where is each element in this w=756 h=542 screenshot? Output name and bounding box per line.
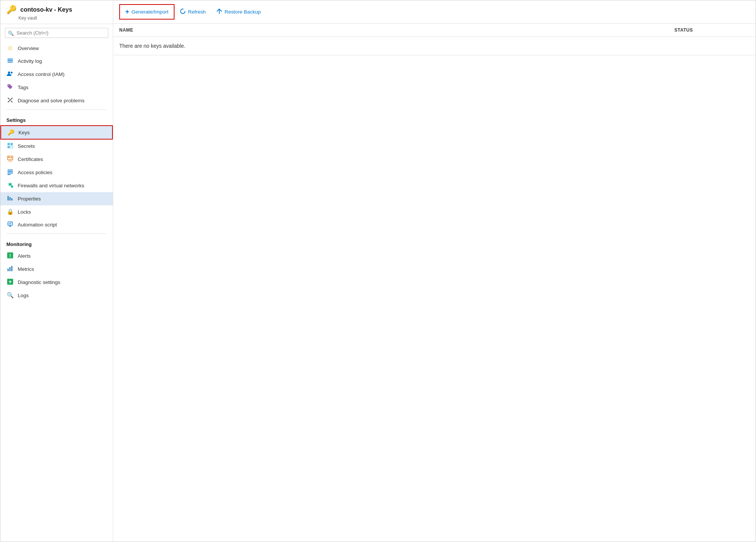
automation-icon xyxy=(6,221,14,228)
svg-rect-5 xyxy=(8,143,10,145)
svg-rect-14 xyxy=(8,170,13,170)
sidebar-item-label: Automation script xyxy=(18,222,57,228)
sidebar-item-label: Certificates xyxy=(18,156,43,162)
svg-point-18 xyxy=(11,185,13,188)
sidebar-item-label: Locks xyxy=(18,209,31,215)
sidebar-item-automation[interactable]: Automation script xyxy=(0,218,113,231)
svg-rect-20 xyxy=(9,197,11,200)
svg-text:!: ! xyxy=(9,253,11,258)
sidebar-item-label: Access policies xyxy=(18,170,52,175)
sidebar-subtitle: Key vault xyxy=(18,15,107,21)
sidebar-item-keys[interactable]: 🔑 Keys xyxy=(0,125,113,140)
sidebar-item-locks[interactable]: 🔒 Locks xyxy=(0,205,113,218)
sidebar-item-alerts[interactable]: ! Alerts xyxy=(0,249,113,263)
iam-icon xyxy=(6,71,14,78)
activity-log-icon xyxy=(6,58,14,65)
sidebar-item-secrets[interactable]: Secrets xyxy=(0,140,113,153)
sidebar-title: contoso-kv - Keys xyxy=(20,6,72,13)
sidebar-item-label: Properties xyxy=(18,196,41,202)
empty-message: There are no keys available. xyxy=(113,37,756,55)
sidebar-item-certificates[interactable]: Certificates xyxy=(0,153,113,166)
diagnostic-icon: + xyxy=(6,279,14,286)
firewalls-icon xyxy=(6,182,14,189)
sidebar-item-label: Alerts xyxy=(18,253,31,259)
restore-label: Restore Backup xyxy=(225,9,261,15)
sidebar-item-label: Metrics xyxy=(18,266,34,272)
access-policies-icon xyxy=(6,169,14,176)
sidebar-item-logs[interactable]: 🔍 Logs xyxy=(0,289,113,302)
sidebar-item-metrics[interactable]: Metrics xyxy=(0,263,113,276)
generate-import-button[interactable]: + Generate/Import xyxy=(119,4,175,20)
sidebar-item-diagnostic[interactable]: + Diagnostic settings xyxy=(0,276,113,289)
sidebar-item-activity-log[interactable]: Activity log xyxy=(0,55,113,68)
plus-icon: + xyxy=(125,8,129,16)
monitoring-label: Monitoring xyxy=(0,236,113,249)
sidebar: 🔑 contoso-kv - Keys Key vault 🔍 ⊙ Overvi… xyxy=(0,0,113,542)
logs-icon: 🔍 xyxy=(6,292,14,299)
search-icon: 🔍 xyxy=(8,30,14,36)
svg-rect-2 xyxy=(8,62,13,62)
metrics-icon xyxy=(6,266,14,273)
svg-rect-6 xyxy=(11,143,13,145)
sidebar-item-label: Secrets xyxy=(18,143,35,149)
certificates-icon xyxy=(6,156,14,163)
alerts-icon: ! xyxy=(6,252,14,260)
refresh-label: Refresh xyxy=(188,9,206,15)
restore-icon xyxy=(216,8,222,16)
toolbar: + Generate/Import Refresh Restore Backup xyxy=(113,0,756,24)
svg-rect-19 xyxy=(8,196,9,200)
generate-import-label: Generate/Import xyxy=(132,9,169,15)
refresh-button[interactable]: Refresh xyxy=(175,5,211,19)
search-container: 🔍 xyxy=(5,28,108,38)
svg-rect-0 xyxy=(8,59,13,59)
sidebar-item-label: Diagnose and solve problems xyxy=(18,98,85,103)
diagnose-icon xyxy=(6,97,14,104)
keys-icon: 🔑 xyxy=(7,129,15,136)
properties-icon xyxy=(6,195,14,202)
monitoring-divider xyxy=(6,234,107,234)
svg-rect-10 xyxy=(8,157,10,158)
svg-rect-27 xyxy=(11,266,12,271)
tags-icon xyxy=(6,84,14,91)
sidebar-nav: ⊙ Overview Activity log Access control (… xyxy=(0,42,113,542)
key-vault-icon: 🔑 xyxy=(6,5,17,15)
locks-icon: 🔒 xyxy=(6,208,14,215)
sidebar-item-properties[interactable]: Properties xyxy=(0,192,113,205)
col-name-header: NAME xyxy=(119,27,674,33)
svg-rect-17 xyxy=(8,174,11,175)
svg-rect-16 xyxy=(8,173,13,173)
svg-rect-1 xyxy=(8,60,13,61)
col-status-header: STATUS xyxy=(674,27,750,33)
settings-label: Settings xyxy=(0,112,113,125)
svg-rect-7 xyxy=(8,146,10,148)
refresh-icon xyxy=(180,8,186,16)
overview-icon: ⊙ xyxy=(6,45,14,52)
sidebar-item-diagnose[interactable]: Diagnose and solve problems xyxy=(0,94,113,107)
svg-rect-26 xyxy=(9,267,11,271)
svg-point-4 xyxy=(11,72,13,74)
svg-rect-8 xyxy=(11,146,13,148)
settings-divider xyxy=(6,109,107,110)
sidebar-item-firewalls[interactable]: Firewalls and virtual networks xyxy=(0,179,113,192)
sidebar-item-label: Diagnostic settings xyxy=(18,279,60,285)
sidebar-item-label: Activity log xyxy=(18,58,42,64)
sidebar-item-label: Access control (IAM) xyxy=(18,71,65,77)
sidebar-item-label: Firewalls and virtual networks xyxy=(18,183,84,188)
svg-text:+: + xyxy=(9,279,12,285)
sidebar-item-tags[interactable]: Tags xyxy=(0,81,113,94)
search-input[interactable] xyxy=(5,28,108,38)
sidebar-item-label: Logs xyxy=(18,293,29,298)
sidebar-item-label: Keys xyxy=(18,130,30,135)
table-header: NAME STATUS xyxy=(113,24,756,37)
sidebar-item-access-control[interactable]: Access control (IAM) xyxy=(0,68,113,81)
sidebar-item-overview[interactable]: ⊙ Overview xyxy=(0,42,113,55)
sidebar-header: 🔑 contoso-kv - Keys Key vault xyxy=(0,0,113,24)
main-content: + Generate/Import Refresh Restore Backup… xyxy=(113,0,756,542)
svg-rect-25 xyxy=(8,269,9,271)
sidebar-item-label: Overview xyxy=(18,46,39,51)
sidebar-item-label: Tags xyxy=(18,85,29,90)
svg-rect-15 xyxy=(8,171,13,172)
sidebar-item-access-policies[interactable]: Access policies xyxy=(0,166,113,179)
restore-backup-button[interactable]: Restore Backup xyxy=(211,5,266,19)
secrets-icon xyxy=(6,143,14,150)
